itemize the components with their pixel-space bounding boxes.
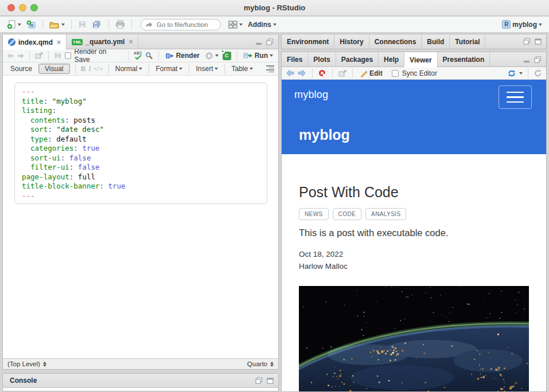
tab-packages[interactable]: Packages: [336, 52, 379, 67]
toolbar-divider: [108, 64, 109, 74]
open-new-window-icon[interactable]: [35, 52, 43, 59]
tab-environment[interactable]: Environment: [282, 34, 334, 49]
close-icon[interactable]: ×: [57, 38, 61, 46]
tab-label: index.qmd: [18, 38, 53, 46]
save-doc-icon[interactable]: [54, 52, 62, 60]
toolbar-divider: [131, 19, 132, 29]
sync-editor-checkbox[interactable]: [392, 70, 399, 77]
code-line: title-block-banner: true: [22, 182, 260, 191]
navbar-brand[interactable]: myblog: [294, 89, 328, 101]
print-button[interactable]: [114, 19, 126, 30]
sync-publish-icon[interactable]: [507, 69, 516, 77]
edit-button[interactable]: Edit: [359, 68, 384, 79]
tab-history[interactable]: History: [334, 34, 369, 49]
close-icon[interactable]: ×: [129, 38, 133, 46]
tab-presentation[interactable]: Presentation: [438, 52, 490, 67]
source-pane: index.qmd×YML_quarto.yml×: [2, 34, 279, 370]
goto-file-search[interactable]: [141, 19, 221, 30]
tab-viewer[interactable]: Viewer: [404, 52, 437, 68]
new-file-button[interactable]: [6, 19, 22, 30]
new-project-button[interactable]: R: [25, 19, 37, 30]
hamburger-menu-button[interactable]: [499, 85, 532, 109]
tab-plots[interactable]: Plots: [308, 52, 336, 67]
project-menu-button[interactable]: R myblog: [501, 19, 543, 30]
restore-pane-icon[interactable]: [266, 38, 274, 45]
render-button[interactable]: Render: [164, 50, 201, 61]
tab--quarto-yml[interactable]: YML_quarto.yml×: [67, 34, 138, 49]
environment-tabs: EnvironmentHistoryConnectionsBuildTutori…: [282, 34, 485, 49]
paragraph-style-dropdown[interactable]: Normal: [114, 64, 144, 74]
format-menu[interactable]: Format: [154, 64, 184, 74]
tab-tutorial[interactable]: Tutorial: [450, 34, 485, 49]
open-viewer-new-window-icon[interactable]: [338, 70, 346, 77]
workspace-panes-button[interactable]: [227, 19, 244, 30]
minimize-pane-icon[interactable]: [523, 57, 530, 63]
maximize-pane-icon[interactable]: [535, 38, 542, 45]
spellcheck-button[interactable]: ABC: [134, 52, 142, 60]
toolbar-divider: [149, 64, 149, 74]
tab-index-qmd[interactable]: index.qmd×: [3, 34, 67, 50]
open-file-button[interactable]: [48, 19, 66, 30]
viewer-back-icon[interactable]: [286, 69, 294, 77]
restore-pane-icon[interactable]: [534, 56, 542, 63]
language-mode-selector[interactable]: Quarto: [247, 360, 274, 367]
render-on-save-checkbox[interactable]: [65, 52, 72, 59]
italic-button[interactable]: I: [88, 64, 91, 73]
post-title[interactable]: Post With Code: [299, 184, 399, 201]
new-file-caret-icon: [18, 23, 21, 26]
close-window-button[interactable]: [7, 4, 15, 11]
minimize-pane-icon[interactable]: [255, 39, 262, 45]
yaml-code-block[interactable]: ---title: "myblog"listing: contents: pos…: [14, 83, 267, 204]
scope-selector[interactable]: (Top Level): [7, 360, 46, 367]
table-menu-label: Table: [231, 65, 248, 73]
visual-mode-button[interactable]: Visual: [38, 64, 69, 74]
tab-help[interactable]: Help: [379, 52, 404, 67]
pencil-icon: [360, 69, 368, 77]
zoom-window-button[interactable]: [30, 4, 38, 11]
code-line: listing:: [22, 106, 260, 116]
tag-analysis[interactable]: ANALYSIS: [365, 208, 406, 220]
run-button[interactable]: Run: [242, 50, 274, 61]
code-line: page-layout: full: [22, 173, 260, 182]
toolbar-divider: [158, 51, 159, 61]
console-header[interactable]: Console: [3, 374, 278, 388]
minimize-window-button[interactable]: [19, 4, 26, 11]
tab-connections[interactable]: Connections: [369, 34, 422, 49]
addins-button[interactable]: Addins: [247, 19, 278, 30]
tag-code[interactable]: CODE: [333, 208, 362, 220]
goto-file-input[interactable]: [141, 19, 221, 30]
find-icon[interactable]: [145, 52, 153, 60]
tab-build[interactable]: Build: [422, 34, 450, 49]
new-project-icon: R: [26, 20, 36, 29]
insert-menu[interactable]: Insert: [194, 64, 219, 74]
render-settings-button[interactable]: [204, 50, 220, 61]
bold-button[interactable]: B: [81, 64, 86, 73]
insert-chunk-button[interactable]: C +: [223, 52, 231, 60]
outline-toggle-icon[interactable]: [266, 65, 274, 72]
editor-tabs: index.qmd×YML_quarto.yml×: [3, 34, 138, 49]
tab-label: _quarto.yml: [85, 38, 124, 46]
forward-icon[interactable]: [17, 53, 25, 59]
project-name-label: myblog: [512, 21, 537, 29]
stop-icon[interactable]: [318, 69, 326, 77]
restore-pane-icon[interactable]: [523, 38, 531, 45]
viewer-forward-icon[interactable]: [298, 69, 306, 77]
code-button[interactable]: </>: [94, 66, 103, 72]
restore-console-icon[interactable]: [255, 377, 263, 384]
maximize-console-icon[interactable]: [267, 378, 274, 384]
tab-files[interactable]: Files: [282, 52, 308, 67]
render-on-save-label: Render on Save: [74, 48, 123, 64]
open-file-caret-icon: [61, 23, 65, 26]
addins-label: Addins: [248, 21, 271, 29]
tag-news[interactable]: NEWS: [299, 208, 329, 220]
sync-caret-icon[interactable]: [519, 72, 523, 75]
save-all-button[interactable]: [91, 19, 103, 30]
table-menu[interactable]: Table: [230, 64, 254, 74]
refresh-icon[interactable]: [534, 69, 542, 77]
back-icon[interactable]: [7, 53, 14, 59]
code-line: filter-ui: false: [22, 163, 260, 173]
toolbar-divider: [236, 51, 237, 61]
save-button[interactable]: [77, 19, 88, 30]
source-mode-button[interactable]: Source: [7, 65, 36, 73]
editor-body[interactable]: ---title: "myblog"listing: contents: pos…: [3, 76, 278, 358]
